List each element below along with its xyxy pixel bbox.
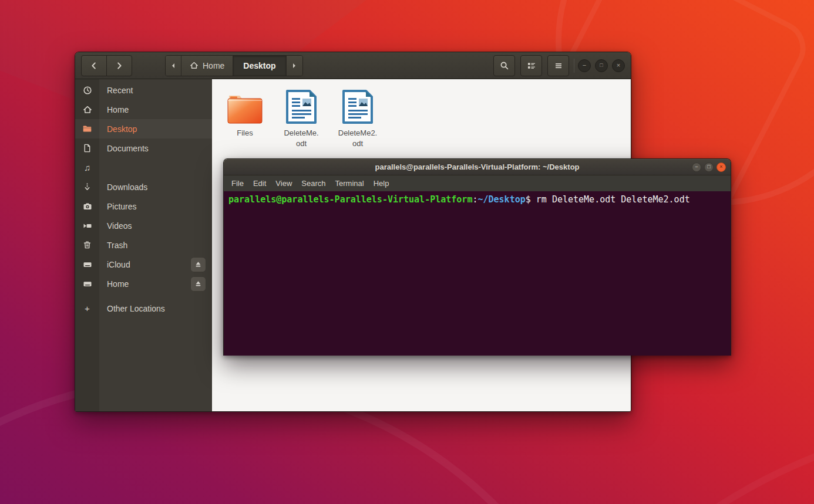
path-scroll-right-button[interactable] — [287, 56, 302, 76]
sidebar-item-pictures[interactable]: Pictures — [75, 197, 212, 216]
sidebar-item-home-drive[interactable]: Home — [75, 274, 212, 293]
menu-edit[interactable]: Edit — [248, 177, 271, 190]
triangle-right-icon — [291, 63, 297, 69]
camera-icon — [75, 202, 99, 211]
menu-file[interactable]: File — [227, 177, 248, 190]
search-button[interactable] — [493, 55, 515, 76]
terminal-title: parallels@parallels-Parallels-Virtual-Pl… — [375, 163, 579, 171]
sidebar-item-home[interactable]: Home — [75, 100, 212, 119]
drive-icon — [75, 260, 99, 269]
breadcrumb-home[interactable]: Home — [181, 56, 233, 76]
nav-button-group — [81, 55, 132, 76]
breadcrumb-home-label: Home — [203, 61, 224, 70]
sidebar-item-trash[interactable]: Trash — [75, 235, 212, 255]
list-view-icon — [527, 61, 536, 70]
sidebar-item-label: Downloads — [107, 182, 147, 192]
sidebar-item-icloud[interactable]: iCloud — [75, 255, 212, 274]
maximize-icon: □ — [707, 164, 710, 170]
breadcrumb-current-label: Desktop — [243, 61, 275, 70]
path-bar: Home Desktop — [165, 55, 303, 76]
wallpaper-arc-shape — [446, 411, 814, 504]
file-item-files-folder[interactable]: Files — [217, 87, 273, 138]
forward-button[interactable] — [106, 55, 132, 76]
minimize-icon: − — [695, 164, 698, 170]
sidebar-item-label: Desktop — [107, 124, 137, 134]
maximize-button[interactable]: □ — [704, 163, 714, 172]
sidebar-item-music[interactable]: ♫ — [75, 158, 212, 177]
menu-help[interactable]: Help — [369, 177, 394, 190]
sidebar-item-downloads[interactable]: Downloads — [75, 177, 212, 197]
minimize-button[interactable]: − — [578, 59, 591, 72]
sidebar-item-label: Pictures — [107, 202, 137, 211]
sidebar-item-desktop[interactable]: Desktop — [75, 119, 212, 138]
eject-button[interactable] — [190, 276, 206, 292]
sidebar-item-label: Recent — [107, 86, 133, 95]
maximize-icon: □ — [600, 63, 603, 68]
breadcrumb-current[interactable]: Desktop — [233, 56, 286, 76]
download-icon — [75, 182, 99, 191]
file-label: Files — [237, 128, 253, 138]
prompt-path: ~/Desktop — [477, 194, 525, 205]
triangle-left-icon — [170, 63, 176, 69]
close-button[interactable]: × — [612, 59, 625, 72]
menu-search[interactable]: Search — [297, 177, 330, 190]
clock-icon — [75, 86, 99, 95]
sidebar-item-label: Trash — [107, 241, 127, 250]
eject-button[interactable] — [190, 257, 206, 272]
sidebar-item-videos[interactable]: Videos — [75, 216, 212, 235]
sidebar-item-recent[interactable]: Recent — [75, 80, 212, 100]
file-item-deleteme2-odt[interactable]: DeleteMe2. odt — [329, 87, 386, 148]
typed-command: rm DeleteMe.odt DeleteMe2.odt — [536, 194, 690, 205]
home-icon — [190, 61, 199, 70]
sidebar-item-label: Documents — [107, 144, 149, 153]
terminal-window: parallels@parallels-Parallels-Virtual-Pl… — [223, 158, 731, 356]
terminal-titlebar[interactable]: parallels@parallels-Parallels-Virtual-Pl… — [224, 159, 731, 175]
hamburger-icon — [554, 61, 563, 70]
close-icon: × — [719, 164, 722, 170]
headerbar-divider — [574, 59, 574, 73]
music-note-icon: ♫ — [75, 163, 99, 172]
sidebar-item-label: Home — [107, 105, 129, 114]
plus-icon: + — [75, 303, 99, 313]
drive-icon — [75, 279, 99, 289]
odt-document-icon — [285, 87, 318, 125]
sidebar-item-label: Home — [107, 279, 129, 289]
back-button[interactable] — [81, 55, 107, 76]
path-scroll-left-button[interactable] — [166, 56, 181, 76]
menu-button[interactable] — [547, 55, 569, 76]
menu-view[interactable]: View — [271, 177, 297, 190]
search-icon — [500, 61, 509, 70]
chevron-right-icon — [115, 61, 124, 70]
minimize-icon: − — [583, 62, 586, 69]
sidebar-item-label: Videos — [107, 221, 132, 231]
desktop-background: Home Desktop — [0, 0, 814, 504]
close-icon: × — [617, 62, 620, 69]
odt-document-icon — [341, 87, 374, 125]
folder-icon — [226, 87, 264, 125]
folder-icon — [75, 124, 99, 134]
maximize-button[interactable]: □ — [595, 59, 608, 72]
prompt-sign: $ — [526, 194, 536, 205]
file-label: DeleteMe. odt — [284, 128, 318, 148]
sidebar-item-label: Other Locations — [107, 304, 165, 313]
view-options-button[interactable] — [520, 55, 542, 76]
sidebar-item-label: iCloud — [107, 260, 130, 269]
headerbar-actions — [493, 55, 569, 76]
prompt-user-host: parallels@parallels-Parallels-Virtual-Pl… — [228, 194, 472, 205]
terminal-prompt-line: parallels@parallels-Parallels-Virtual-Pl… — [228, 194, 726, 205]
sidebar-item-documents[interactable]: Documents — [75, 138, 212, 158]
file-label: DeleteMe2. odt — [338, 128, 377, 148]
files-headerbar: Home Desktop — [75, 52, 631, 79]
sidebar: Recent Home Desktop — [75, 79, 212, 411]
terminal-menubar: File Edit View Search Terminal Help — [224, 175, 731, 191]
close-button[interactable]: × — [717, 163, 726, 172]
document-icon — [75, 144, 99, 153]
trash-icon — [75, 241, 99, 249]
sidebar-item-other-locations[interactable]: + Other Locations — [75, 299, 212, 318]
minimize-button[interactable]: − — [692, 163, 701, 172]
menu-terminal[interactable]: Terminal — [331, 177, 369, 190]
file-item-deleteme-odt[interactable]: DeleteMe. odt — [273, 87, 329, 148]
home-icon — [75, 105, 99, 114]
terminal-content[interactable]: parallels@parallels-Parallels-Virtual-Pl… — [224, 191, 731, 356]
video-camera-icon — [75, 221, 99, 231]
